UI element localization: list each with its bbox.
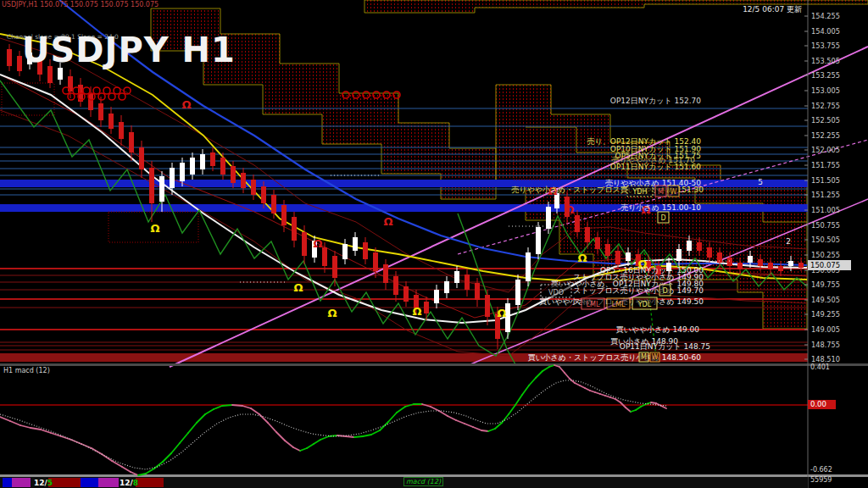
candle-body [546, 207, 551, 229]
current-price-tag: 150.075 [808, 260, 851, 270]
macd-main-line [615, 399, 620, 402]
wave-count-digit: 5 [758, 178, 763, 186]
macd-main-line [380, 422, 388, 430]
price-chart-canvas[interactable]: ΩΩΩΩΩΩΩΩΩΩΩΩΩ523OP12日NYカット 152.70売り、OP12… [0, 0, 868, 488]
candle-body [292, 217, 297, 241]
tag-box-label: YDH [632, 188, 647, 196]
candle-body [687, 241, 692, 251]
omega-marker-yellow: Ω [150, 222, 159, 235]
candle-body [119, 122, 124, 139]
tag-box-label: M [658, 188, 664, 196]
candle-body [465, 274, 470, 290]
macd-main-line [456, 420, 465, 424]
macd-main-line [251, 408, 259, 414]
tag-box-label: D [660, 214, 665, 222]
macd-main-line [122, 467, 131, 472]
red-circle-marker [83, 87, 90, 94]
level-annotation: ストップロス売りやや小さめ 149.70 [573, 286, 704, 295]
macd-main-line [307, 444, 314, 448]
candle-body [281, 205, 287, 225]
macd-main-line [575, 383, 580, 385]
axis-price-label: 149.255 [811, 310, 840, 319]
candle-body [129, 132, 134, 152]
axis-price-label: 153.505 [811, 57, 840, 65]
candle-body [526, 252, 531, 281]
candle-body [261, 186, 266, 203]
candle-body [595, 237, 600, 249]
candle-body [575, 215, 580, 232]
candle-body [424, 302, 429, 313]
macd-main-line [268, 423, 276, 432]
macd-main-line [31, 428, 41, 430]
candle-body [676, 249, 682, 261]
candle-body [159, 176, 164, 202]
axis-price-label: 152.505 [811, 116, 840, 125]
candle-body [231, 166, 236, 183]
candle-body [363, 242, 368, 259]
timeline-date-label: 12/5 [34, 479, 53, 487]
candle-body [302, 232, 307, 256]
macd-main-line [92, 448, 102, 454]
candle-body [585, 227, 590, 242]
omega-marker-yellow: Ω [327, 307, 337, 319]
level-annotation: 売り小さめ 151.00-10 [620, 203, 701, 212]
candle-body [444, 281, 449, 293]
omega-marker-red: Ω [565, 203, 574, 216]
macd-main-line [431, 407, 439, 411]
macd-main-line [320, 436, 329, 440]
level-annotation: OP12日NYカット 152.70 [610, 97, 701, 105]
axis-price-label: 152.255 [811, 131, 840, 140]
macd-pane-label: H1 macd (12) [3, 367, 50, 374]
candle-body [251, 180, 256, 195]
candle-body [798, 263, 804, 268]
macd-min-value: -0.662 [810, 466, 832, 474]
macd-main-line [388, 413, 397, 422]
candle-body [241, 173, 246, 188]
timeline-segment [98, 478, 119, 487]
red-circle-marker [98, 93, 105, 100]
axis-price-label: 152.755 [811, 102, 840, 110]
axis-price-label: 153.005 [811, 86, 840, 95]
level-annotation: OP11日NYカット 151.60 [610, 163, 701, 171]
candle-body [180, 163, 185, 181]
macd-main-line [636, 407, 641, 410]
macd-main-line [205, 409, 214, 414]
timeline-segment [3, 478, 12, 487]
macd-main-line [515, 395, 522, 405]
macd-main-line [448, 416, 456, 420]
omega-marker-red: Ω [313, 237, 322, 250]
candle-body [434, 290, 439, 303]
axis-price-label: 154.005 [811, 27, 840, 36]
axis-price-label: 150.755 [811, 221, 840, 230]
axis-price-label: 151.255 [811, 191, 840, 199]
candle-body [220, 158, 225, 175]
wave-count-digit: 3 [786, 261, 791, 269]
candle-body [108, 114, 114, 129]
macd-main-line [293, 447, 300, 451]
pane-separator[interactable] [0, 363, 868, 366]
candle-body [485, 295, 490, 317]
timeline-segment [12, 478, 31, 487]
macd-main-line [595, 392, 600, 394]
macd-main-line [542, 367, 549, 371]
macd-main-line [509, 405, 515, 414]
candle-body [190, 158, 195, 175]
macd-main-line [314, 440, 320, 444]
level-annotation: OP11日NYカット 148.75 [620, 342, 710, 351]
axis-price-label: 151.005 [811, 206, 840, 214]
red-circle-marker [103, 87, 110, 94]
axis-price-label: 148.510 [811, 355, 840, 363]
candle-body [403, 286, 409, 302]
tag-box-label: M [641, 353, 647, 361]
macd-main-line [163, 453, 171, 462]
candle-body [605, 244, 610, 256]
macd-main-line [188, 423, 197, 433]
macd-main-line [71, 440, 81, 444]
axis-price-label: 153.755 [811, 42, 840, 50]
axis-price-label: 150.505 [811, 236, 840, 244]
red-circle-marker [114, 87, 120, 94]
macd-main-line [481, 430, 488, 431]
candle-body [697, 242, 702, 251]
macd-current-tag: 0.00 [808, 400, 836, 409]
candle-body [139, 147, 144, 169]
